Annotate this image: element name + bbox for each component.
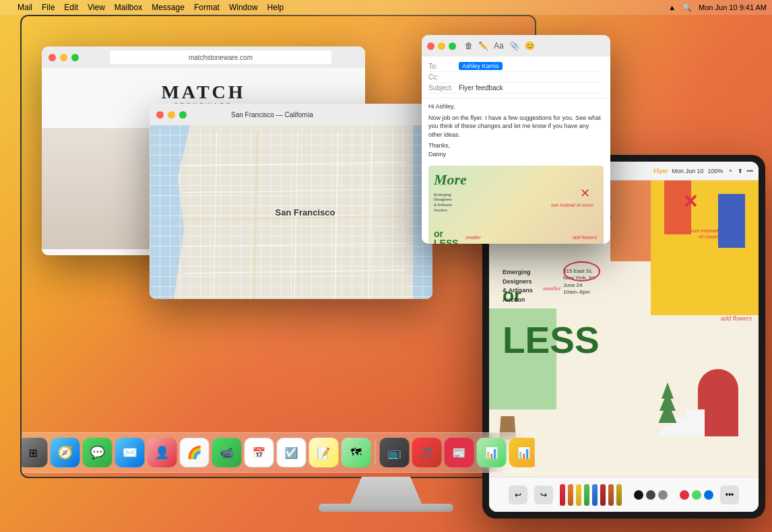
flyer-sun-annotation: sun instead of moon: [551, 203, 593, 207]
maps-window[interactable]: San Francisco — California: [150, 104, 432, 299]
dock: 🔍 ⊞ 🧭 💬 ✉️ 👤 🌈 📹 �: [22, 432, 535, 473]
mail-greeting: Hi Ashley,: [428, 102, 604, 111]
pencil-blue[interactable]: [592, 484, 598, 506]
pencil-dark-red[interactable]: [600, 484, 606, 506]
maximize-button[interactable]: [449, 42, 456, 50]
pencil-red[interactable]: [560, 484, 565, 506]
maps-content[interactable]: San Francisco: [150, 125, 432, 299]
menubar-help[interactable]: Help: [267, 3, 284, 12]
dock-safari[interactable]: 🧭: [51, 438, 80, 467]
menubar-file[interactable]: File: [42, 3, 55, 12]
compose-icon[interactable]: ✏️: [478, 41, 488, 51]
flyer-or-less: or LESS: [434, 229, 459, 244]
event-line3: & Artisans: [503, 286, 533, 296]
add-icon[interactable]: ＋: [728, 166, 734, 175]
color-dark[interactable]: [646, 490, 655, 500]
attach-icon[interactable]: 📎: [509, 41, 519, 51]
share-icon[interactable]: ⬆: [738, 168, 743, 174]
svg-line-4: [183, 270, 406, 273]
color-gray[interactable]: [658, 490, 668, 500]
dock-news[interactable]: 📰: [445, 438, 474, 467]
menubar-message[interactable]: Message: [152, 3, 185, 12]
dock-keynote[interactable]: 📊: [509, 438, 536, 467]
menubar-edit[interactable]: Edit: [64, 3, 78, 12]
x-mark-annotation: ✕: [682, 191, 698, 213]
dock-photos[interactable]: 🌈: [180, 438, 210, 467]
pencil-green[interactable]: [584, 484, 589, 506]
minimize-button[interactable]: [60, 54, 67, 61]
building-decoration: [718, 194, 745, 248]
dock-facetime[interactable]: 📹: [212, 438, 242, 467]
menubar-mailbox[interactable]: Mailbox: [115, 3, 142, 12]
color-black[interactable]: [634, 490, 643, 500]
dock-launchpad[interactable]: ⊞: [22, 438, 48, 467]
flyer-line1: Emerging: [434, 193, 452, 198]
mail-body-text[interactable]: Hi Ashley, Now job on the flyer. I have …: [422, 98, 610, 163]
to-label: To:: [428, 63, 459, 70]
redo-button[interactable]: ↪: [534, 486, 553, 504]
color-blue[interactable]: [704, 490, 713, 500]
pencil-dark-orange[interactable]: [608, 484, 614, 506]
ipad-titlebar-right: Flyer Mon Jun 10 100% ＋ ⬆ •••: [653, 166, 753, 175]
mail-cc-field: Cc:: [428, 72, 604, 83]
dock-notes[interactable]: 📝: [309, 438, 339, 467]
flyer-details: Emerging Designers & Artisans Auction: [434, 193, 452, 213]
color-green[interactable]: [692, 490, 701, 500]
menubar-left: Mail File Edit View Mailbox Message Form…: [5, 3, 284, 12]
minimize-button[interactable]: [438, 42, 445, 50]
flyer-x-annotation: ✕: [580, 186, 590, 201]
imac-stand: [346, 477, 426, 505]
dock-calendar[interactable]: 📅: [245, 438, 274, 467]
dock-music[interactable]: 🎵: [412, 438, 442, 467]
more-icon[interactable]: •••: [747, 168, 753, 174]
mail-message: Now job on the flyer. I have a few sugge…: [428, 114, 604, 139]
dock-tv[interactable]: 📺: [380, 438, 410, 467]
color-red[interactable]: [680, 490, 689, 500]
svg-line-5: [214, 132, 217, 299]
subject-label: Subject:: [428, 84, 459, 92]
menubar-view[interactable]: View: [88, 3, 105, 12]
menubar-app-name[interactable]: Mail: [18, 3, 32, 12]
cc-label: Cc:: [428, 73, 459, 81]
search-icon[interactable]: 🔍: [682, 3, 692, 12]
pencil-dark-yellow[interactable]: [616, 484, 622, 506]
mail-compose-window[interactable]: 🗑 ✏️ Aa 📎 😊 To: Ashley Kamis Cc: Subject…: [422, 35, 610, 244]
imac-base: [319, 504, 453, 512]
url-bar[interactable]: matchstoneware.com: [110, 51, 331, 64]
maximize-button[interactable]: [71, 54, 79, 61]
color-palette: [634, 490, 668, 500]
dock-mail[interactable]: ✉️: [115, 438, 145, 467]
event-line2: Designers: [503, 277, 533, 287]
pencil-orange[interactable]: [568, 484, 573, 506]
minimize-button[interactable]: [168, 111, 175, 119]
flyer-event-details: Emerging Designers & Artisans Auction: [503, 268, 533, 304]
flyer-doc-name[interactable]: Flyer: [653, 168, 668, 174]
flyer-line4: Auction: [434, 208, 452, 213]
maximize-button[interactable]: [179, 111, 187, 119]
dock-maps[interactable]: 🗺: [342, 438, 371, 467]
format-icon[interactable]: Aa: [494, 41, 504, 51]
delete-icon[interactable]: 🗑: [465, 41, 473, 51]
emoji-icon[interactable]: 😊: [525, 41, 535, 51]
dock-messages[interactable]: 💬: [83, 438, 112, 467]
undo-button[interactable]: ↩: [509, 486, 527, 504]
flyer-or: or: [434, 229, 459, 238]
menubar-right: ▲ 🔍 Mon Jun 10 9:41 AM: [668, 3, 767, 12]
dock-contacts[interactable]: 👤: [148, 438, 177, 467]
dock-numbers[interactable]: 📊: [477, 438, 507, 467]
ipad-drawing-toolbar: ↩ ↪: [489, 477, 759, 512]
pencil-yellow[interactable]: [576, 484, 581, 506]
menubar-format[interactable]: Format: [194, 3, 220, 12]
more-tools-button[interactable]: •••: [720, 486, 739, 504]
url-text: matchstoneware.com: [189, 54, 253, 61]
svg-line-3: [183, 243, 406, 246]
menubar-window[interactable]: Window: [229, 3, 258, 12]
mail-to-field: To: Ashley Kamis: [428, 61, 604, 72]
mail-sign-thanks: Thanks,: [428, 141, 604, 150]
close-button[interactable]: [49, 54, 56, 61]
close-button[interactable]: [427, 42, 435, 50]
close-button[interactable]: [156, 111, 164, 119]
dock-reminders[interactable]: ☑️: [277, 438, 307, 467]
color-block-orange: [610, 180, 651, 261]
plant-decoration: [657, 383, 678, 423]
